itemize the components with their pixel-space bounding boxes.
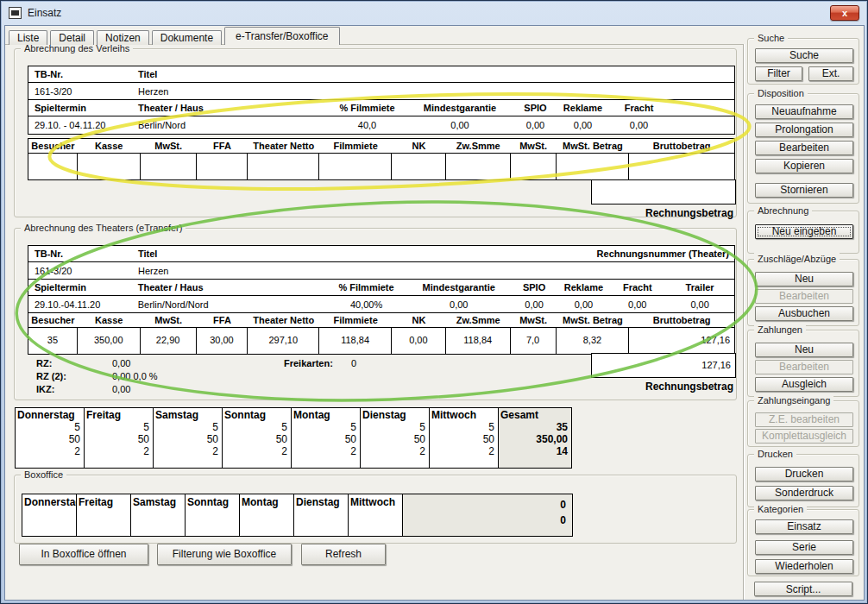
boxoffice-table: Donnerstag Freitag Samstag Sonntag Monta…: [22, 494, 573, 537]
bruttobetrag-value: [629, 154, 734, 179]
tab-detail[interactable]: Detail: [50, 30, 94, 45]
day-header: Donnerstag: [17, 409, 80, 421]
zahlungen-neu-button[interactable]: Neu: [755, 343, 853, 357]
rz2-value: 0,00 0,0 %: [112, 371, 158, 381]
zwsmme-header: Zw.Smme: [446, 315, 511, 325]
table-row: Spieltermin Theater / Haus % Filmmiete M…: [28, 100, 734, 116]
day-value: 5: [86, 421, 149, 433]
sidebar-group-suche: Suche Suche Filter Ext.: [747, 38, 859, 85]
filmmiete-pct-value: 40,00%: [325, 299, 407, 310]
ext-button[interactable]: Ext.: [808, 66, 853, 81]
sidebar-group-zahlungseingang: Zahlungseingang Z.E. bearbeiten Komplett…: [747, 400, 859, 447]
app-icon[interactable]: [9, 7, 22, 19]
zuschlaege-neu-button[interactable]: Neu: [755, 272, 853, 286]
titlebar[interactable]: Einsatz: [1, 1, 867, 25]
day-value: 2: [362, 445, 425, 457]
titel-header: Titel: [132, 69, 734, 79]
disposition-bearbeiten-button[interactable]: Bearbeiten: [755, 141, 853, 155]
mwst2-header: MwSt.: [511, 141, 557, 151]
day-header: Dienstag: [362, 409, 425, 421]
freikarten-line: Freikarten:0: [284, 357, 356, 370]
tab-liste[interactable]: Liste: [9, 30, 47, 45]
ausbuchen-button[interactable]: Ausbuchen: [755, 306, 853, 321]
ffa-header: FFA: [197, 141, 248, 151]
besucher-header: Besucher: [28, 141, 78, 151]
filter-like-boxoffice-button[interactable]: Filterung wie Boxoffice: [157, 544, 292, 565]
day-value: 2: [17, 445, 80, 457]
kasse-value: 350,00: [78, 328, 141, 354]
sidebar-group-kategorien: Kategorien Einsatz Serie Wiederholen: [747, 509, 859, 576]
sonderdruck-button[interactable]: Sonderdruck: [755, 486, 853, 500]
neuaufnahme-button[interactable]: Neuaufnahme: [755, 104, 853, 119]
sidebar-group-disposition: Disposition Neuaufnahme Prolongation Bea…: [747, 93, 859, 204]
titel-value: Herzen: [132, 266, 501, 276]
mwst-header: MwSt.: [141, 315, 197, 325]
day-value: 5: [362, 421, 425, 433]
wiederholen-button[interactable]: Wiederholen: [755, 559, 853, 574]
ikz-value: 0,00: [112, 384, 130, 394]
day-value: 2: [224, 445, 287, 457]
prolongation-button[interactable]: Prolongation: [755, 123, 853, 137]
close-button[interactable]: x: [830, 5, 859, 21]
zwsmme-value: 118,84: [446, 328, 511, 354]
spieltermin-header: Spieltermin: [28, 103, 132, 113]
besucher-value: [28, 154, 78, 179]
gesamt-column: Gesamt 35 350,00 14: [499, 408, 571, 468]
mwst2-value: [511, 154, 557, 179]
mwst-betrag-header: MwSt. Betrag: [557, 141, 630, 151]
suche-button[interactable]: Suche: [755, 48, 853, 63]
theater-netto-value: [248, 154, 319, 179]
ffa-value: [197, 154, 248, 179]
kasse-value: [78, 154, 141, 179]
day-value: 2: [86, 445, 149, 457]
rz2-label: RZ (2):: [36, 370, 112, 383]
day-column-donnerstag: Donnerstag: [22, 494, 77, 536]
neu-eingeben-button[interactable]: Neu eingeben: [755, 224, 853, 239]
table-header-row: Besucher Kasse MwSt. FFA Theater Netto F…: [28, 139, 734, 154]
day-value: 50: [155, 433, 218, 445]
day-value: 50: [431, 433, 494, 445]
tab-etransfer-boxoffice[interactable]: e-Transfer/Boxoffice: [224, 27, 339, 45]
zahlungen-bearbeiten-button: Bearbeiten: [755, 360, 853, 374]
titel-header: Titel: [132, 249, 501, 259]
mwst-betrag-value: 8,32: [557, 328, 630, 354]
stornieren-button[interactable]: Stornieren: [755, 183, 853, 198]
theater-rechnungsbetrag-box: 127,16: [591, 353, 736, 378]
theater-detail-table: Besucher Kasse MwSt. FFA Theater Netto F…: [28, 312, 735, 355]
script-button[interactable]: Script...: [754, 582, 852, 596]
verleih-detail-table: Besucher Kasse MwSt. FFA Theater Netto F…: [28, 138, 735, 180]
ausgleich-button[interactable]: Ausgleich: [755, 377, 853, 392]
day-column-dienstag: Dienstag: [294, 494, 349, 536]
gesamt-value: 350,00: [500, 433, 568, 445]
group-title: Zahlungen: [754, 324, 806, 336]
refresh-button[interactable]: Refresh: [301, 544, 386, 565]
theater-haus-value: Berlin/Nord: [132, 120, 326, 130]
table-row: Spieltermin Theater / Haus % Filmmiete M…: [28, 280, 734, 296]
open-in-boxoffice-button[interactable]: In Boxoffice öffnen: [19, 544, 148, 565]
mindestgarantie-header: Mindestgarantie: [408, 103, 512, 113]
serie-button[interactable]: Serie: [755, 540, 853, 555]
ze-bearbeiten-button: Z.E. bearbeiten: [755, 412, 853, 427]
day-value: 50: [86, 433, 149, 445]
boxoffice-groupbox: Boxoffice Donnerstag Freitag Samstag Son…: [14, 475, 737, 544]
rz2-line: RZ (2):0,00 0,0 %: [36, 370, 158, 383]
tab-dokumente[interactable]: Dokumente: [152, 30, 222, 45]
tab-notizen[interactable]: Notizen: [97, 30, 149, 45]
table-row: TB-Nr. Titel Rechnungsnummer (Theater): [28, 246, 734, 262]
kategorien-einsatz-button[interactable]: Einsatz: [755, 519, 853, 534]
group-title: Zuschläge/Abzüge: [754, 253, 840, 265]
filter-button[interactable]: Filter: [755, 66, 802, 81]
day-value: 50: [362, 433, 425, 445]
day-column-freitag: Freitag: [77, 494, 131, 536]
spieltermin-value: 29.10. - 04.11.20: [28, 120, 132, 130]
drucken-button[interactable]: Drucken: [755, 467, 853, 481]
kopieren-button[interactable]: Kopieren: [755, 159, 853, 173]
day-value: 2: [431, 445, 494, 457]
bruttobetrag-header: Bruttobetrag: [629, 141, 734, 151]
bruttobetrag-value: 127,16: [629, 328, 734, 354]
filmmiete-value: [319, 154, 392, 179]
day-column-montag: Montag 5 50 2: [292, 408, 361, 468]
tab-strip: Liste Detail Notizen Dokumente e-Transfe…: [9, 27, 343, 45]
day-column-mittwoch: Mittwoch: [349, 494, 403, 536]
gesamt-value: 14: [500, 445, 568, 457]
